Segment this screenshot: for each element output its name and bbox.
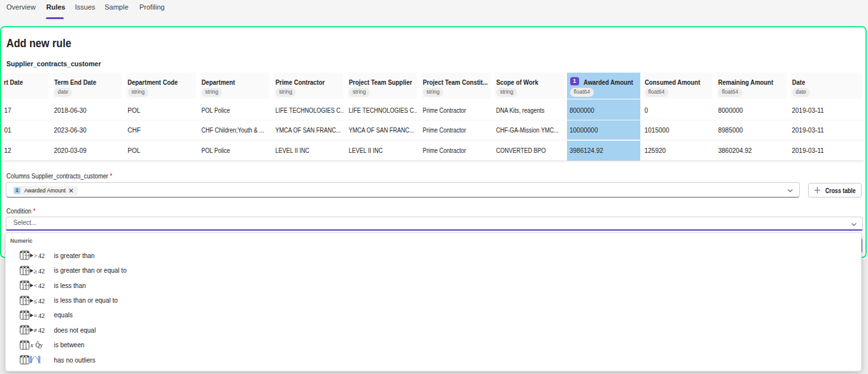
svg-text:>: >: [33, 252, 37, 259]
svg-text:<: <: [33, 282, 37, 289]
svg-text:≠: ≠: [33, 327, 37, 334]
svg-text:42: 42: [38, 267, 45, 274]
svg-text:Q̄y: Q̄y: [35, 342, 43, 349]
svg-text:42: 42: [38, 297, 45, 304]
svg-text:≥: ≥: [33, 267, 37, 274]
svg-text:42: 42: [38, 282, 45, 289]
svg-text:=: =: [33, 312, 37, 319]
svg-text:42: 42: [38, 252, 45, 259]
svg-text:≤: ≤: [33, 297, 37, 304]
svg-text:42: 42: [38, 327, 45, 334]
svg-text:x: x: [29, 342, 33, 349]
svg-text:42: 42: [38, 312, 45, 319]
